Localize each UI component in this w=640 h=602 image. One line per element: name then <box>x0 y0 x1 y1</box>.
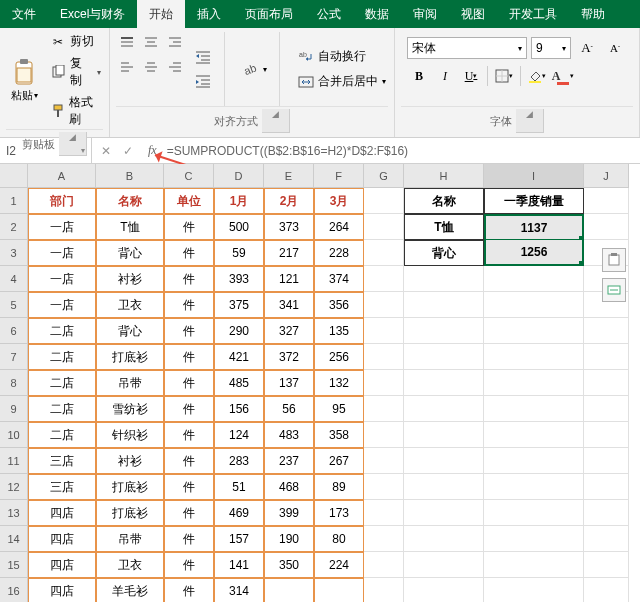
column-header[interactable]: I <box>484 164 584 188</box>
cell[interactable] <box>404 526 484 552</box>
cell[interactable]: 59 <box>214 240 264 266</box>
row-header[interactable]: 3 <box>0 240 28 266</box>
cell[interactable] <box>484 448 584 474</box>
cell[interactable]: 件 <box>164 448 214 474</box>
cell[interactable] <box>584 448 629 474</box>
cell[interactable]: 124 <box>214 422 264 448</box>
cell[interactable]: 单位 <box>164 188 214 214</box>
wrap-text-button[interactable]: ab自动换行 <box>296 46 388 67</box>
row-header[interactable]: 1 <box>0 188 28 214</box>
column-header[interactable]: F <box>314 164 364 188</box>
cell[interactable]: 名称 <box>96 188 164 214</box>
cell[interactable]: 一季度销量 <box>484 188 584 214</box>
cell[interactable]: 件 <box>164 578 214 602</box>
cell[interactable]: 399 <box>264 500 314 526</box>
cell[interactable]: 件 <box>164 396 214 422</box>
cut-button[interactable]: ✂剪切 <box>48 32 103 51</box>
cell[interactable]: 背心 <box>96 240 164 266</box>
cell[interactable] <box>404 552 484 578</box>
cell[interactable]: 290 <box>214 318 264 344</box>
cell[interactable]: 121 <box>264 266 314 292</box>
increase-font-button[interactable]: Aˆ <box>575 36 599 60</box>
cell[interactable]: 件 <box>164 344 214 370</box>
row-header[interactable]: 15 <box>0 552 28 578</box>
cell[interactable]: 374 <box>314 266 364 292</box>
row-header[interactable]: 4 <box>0 266 28 292</box>
select-all-corner[interactable] <box>0 164 28 188</box>
cell[interactable]: 名称 <box>404 188 484 214</box>
paste-button[interactable]: 粘贴▾ <box>6 32 42 129</box>
cell[interactable] <box>584 474 629 500</box>
row-header[interactable]: 12 <box>0 474 28 500</box>
bold-button[interactable]: B <box>407 64 431 88</box>
align-top-left[interactable] <box>116 32 138 54</box>
cell[interactable]: 件 <box>164 526 214 552</box>
cell[interactable]: 衬衫 <box>96 448 164 474</box>
cell[interactable]: 224 <box>314 552 364 578</box>
cell[interactable]: 吊带 <box>96 526 164 552</box>
cell[interactable]: 卫衣 <box>96 292 164 318</box>
align-top-right[interactable] <box>164 32 186 54</box>
tab-insert[interactable]: 插入 <box>185 0 233 28</box>
increase-indent-button[interactable] <box>192 70 214 92</box>
cell[interactable]: 421 <box>214 344 264 370</box>
cell[interactable]: 89 <box>314 474 364 500</box>
cell[interactable]: 二店 <box>28 396 96 422</box>
cell[interactable]: 267 <box>314 448 364 474</box>
cell[interactable]: 256 <box>314 344 364 370</box>
cell[interactable] <box>404 578 484 602</box>
cell[interactable]: 二店 <box>28 318 96 344</box>
merge-center-button[interactable]: 合并后居中▾ <box>296 71 388 92</box>
align-bottom-center[interactable] <box>140 56 162 78</box>
cell[interactable]: 件 <box>164 214 214 240</box>
tab-review[interactable]: 审阅 <box>401 0 449 28</box>
cell[interactable]: 背心 <box>404 240 484 266</box>
cell[interactable] <box>364 552 404 578</box>
cell[interactable]: 件 <box>164 500 214 526</box>
cell[interactable] <box>364 422 404 448</box>
cell[interactable]: 173 <box>314 500 364 526</box>
cell[interactable]: 51 <box>214 474 264 500</box>
column-header[interactable]: C <box>164 164 214 188</box>
cell[interactable] <box>484 526 584 552</box>
cell[interactable] <box>584 396 629 422</box>
cell[interactable]: 157 <box>214 526 264 552</box>
row-header[interactable]: 10 <box>0 422 28 448</box>
column-header[interactable]: D <box>214 164 264 188</box>
dialog-launcher-icon[interactable]: ◢ <box>516 109 544 133</box>
cell[interactable]: 四店 <box>28 552 96 578</box>
column-header[interactable]: J <box>584 164 629 188</box>
cell[interactable]: 三店 <box>28 448 96 474</box>
cell[interactable] <box>584 318 629 344</box>
cell[interactable]: 针织衫 <box>96 422 164 448</box>
autofill-options-button[interactable] <box>602 278 626 302</box>
row-header[interactable]: 11 <box>0 448 28 474</box>
cell[interactable]: 500 <box>214 214 264 240</box>
cell[interactable] <box>484 318 584 344</box>
cell[interactable] <box>484 500 584 526</box>
cell[interactable]: 56 <box>264 396 314 422</box>
cell[interactable]: 314 <box>214 578 264 602</box>
cell[interactable] <box>364 396 404 422</box>
cell[interactable] <box>364 474 404 500</box>
cell[interactable]: 2月 <box>264 188 314 214</box>
cell[interactable]: 237 <box>264 448 314 474</box>
cell[interactable] <box>364 318 404 344</box>
tab-file[interactable]: 文件 <box>0 0 48 28</box>
cell[interactable]: 衬衫 <box>96 266 164 292</box>
cell[interactable]: 373 <box>264 214 314 240</box>
cell[interactable]: 1137 <box>484 214 584 240</box>
cell[interactable] <box>364 188 404 214</box>
cell[interactable] <box>404 370 484 396</box>
cell[interactable]: 一店 <box>28 240 96 266</box>
cell[interactable]: 二店 <box>28 422 96 448</box>
tab-data[interactable]: 数据 <box>353 0 401 28</box>
cell[interactable] <box>404 448 484 474</box>
tab-formulas[interactable]: 公式 <box>305 0 353 28</box>
cell[interactable]: 1月 <box>214 188 264 214</box>
format-painter-button[interactable]: 格式刷 <box>48 93 103 129</box>
copy-button[interactable]: 复制▾ <box>48 54 103 90</box>
align-top-center[interactable] <box>140 32 162 54</box>
cell[interactable] <box>584 188 629 214</box>
fill-color-button[interactable]: ▾ <box>525 64 549 88</box>
